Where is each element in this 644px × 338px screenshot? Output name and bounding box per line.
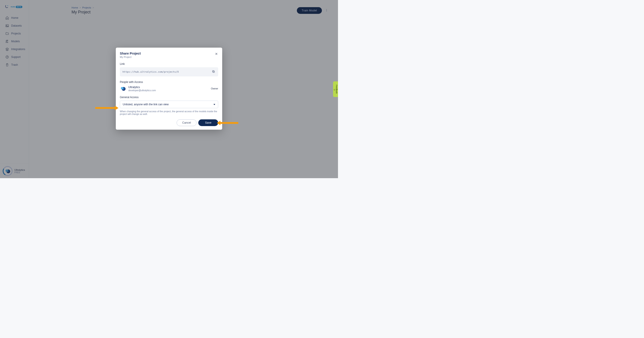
general-access-label: General Access bbox=[120, 96, 218, 99]
svg-rect-11 bbox=[212, 70, 214, 72]
person-role: Owner bbox=[211, 87, 218, 90]
general-access-note: When changing the general access of the … bbox=[120, 110, 218, 115]
save-button[interactable]: Save bbox=[198, 119, 218, 126]
link-box: https://hub.ultralytics.com/projects/X bbox=[120, 67, 218, 76]
modal-backdrop[interactable]: Share Project My Project Link https://hu… bbox=[0, 0, 338, 178]
modal-subtitle: My Project bbox=[120, 56, 218, 58]
annotation-arrow-right bbox=[217, 121, 238, 125]
feedback-icon: ☺ bbox=[333, 88, 336, 91]
feedback-tab[interactable]: Feedback ☺ bbox=[333, 81, 338, 97]
svg-point-13 bbox=[121, 87, 124, 90]
share-link-value: https://hub.ultralytics.com/projects/X bbox=[122, 70, 179, 73]
modal-actions: Cancel Save bbox=[120, 119, 218, 126]
person-name: Ultralytics bbox=[128, 86, 209, 89]
share-project-modal: Share Project My Project Link https://hu… bbox=[116, 48, 222, 130]
modal-close-button[interactable] bbox=[214, 51, 219, 56]
person-row: Ultralytics developer@ultralytics.com Ow… bbox=[120, 86, 218, 92]
modal-title: Share Project bbox=[120, 52, 218, 55]
link-section-label: Link bbox=[120, 62, 218, 66]
cancel-button[interactable]: Cancel bbox=[176, 119, 196, 126]
feedback-label: Feedback bbox=[336, 85, 338, 94]
copy-link-button[interactable] bbox=[212, 70, 216, 74]
people-section-label: People with Access bbox=[120, 80, 218, 84]
annotation-arrow-left bbox=[95, 106, 118, 110]
close-icon bbox=[215, 52, 218, 56]
copy-icon bbox=[212, 70, 215, 73]
person-email: developer@ultralytics.com bbox=[128, 89, 209, 92]
general-access-value: Unlisted, anyone with the link can view bbox=[123, 103, 168, 106]
chevron-down-icon bbox=[214, 104, 215, 105]
general-access-select[interactable]: Unlisted, anyone with the link can view bbox=[120, 100, 218, 108]
person-avatar bbox=[120, 86, 126, 92]
svg-rect-10 bbox=[213, 71, 214, 73]
